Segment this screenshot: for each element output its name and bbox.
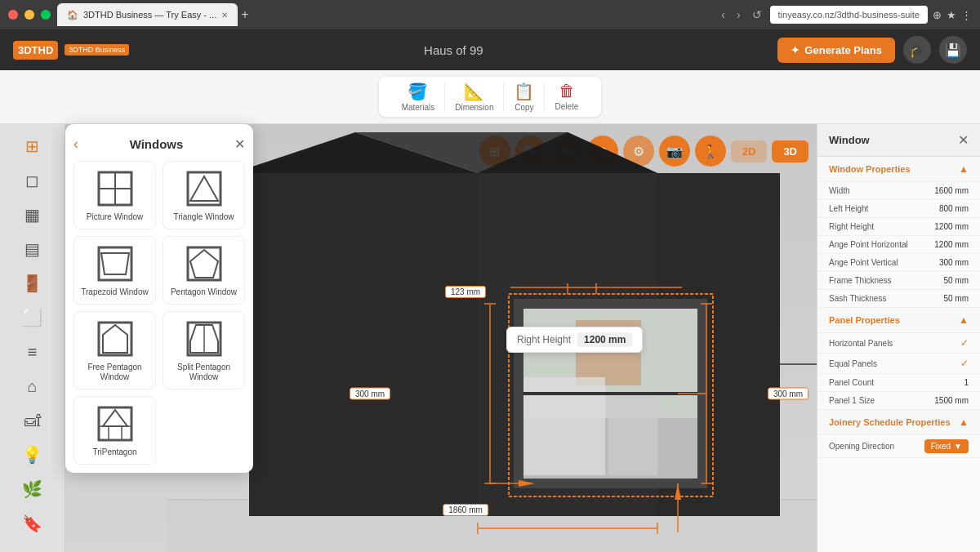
logo-area: 3DTHD 3DTHD Business <box>13 41 129 60</box>
prop-value-sash-thickness: 50 mm <box>943 294 969 303</box>
prop-check-horiz-panels: ✓ <box>960 337 969 349</box>
prop-row-angle-horiz: Ange Point Horizontal 1200 mm <box>817 236 980 254</box>
window-item-tripentagon[interactable]: TriPentagon <box>74 396 156 465</box>
window-item-free-pentagon[interactable]: Free Pentagon Window <box>74 311 156 390</box>
prop-row-opening-direction: Opening Direction Fixed ▼ <box>817 435 980 458</box>
prop-label-angle-horiz: Ange Point Horizontal <box>829 240 908 249</box>
opening-direction-dropdown[interactable]: Fixed ▼ <box>924 439 969 453</box>
prop-value-width: 1600 mm <box>934 186 969 195</box>
logo-3dthd: 3DTHD <box>13 41 58 60</box>
copy-icon: 📋 <box>514 82 534 101</box>
joinery-header[interactable]: Joinery Schedule Properties ▲ <box>817 410 980 435</box>
close-control[interactable] <box>8 10 18 20</box>
toolbar-delete[interactable]: 🗑 Delete <box>545 82 588 112</box>
toolbar-materials[interactable]: 🪣 Materials <box>392 82 446 112</box>
ext-icon-2[interactable]: ★ <box>947 9 956 21</box>
prop-value-panel-size: 1500 mm <box>934 396 969 405</box>
ext-icon-1[interactable]: ⊕ <box>933 9 942 21</box>
tab-close-icon[interactable]: ✕ <box>221 11 228 20</box>
prop-label-angle-vert: Ange Point Vertical <box>829 258 898 267</box>
window-label-pentagon: Pentagon Window <box>171 287 237 297</box>
window-properties-header[interactable]: Window Properties ▲ <box>817 157 980 182</box>
save-button[interactable]: 💾 <box>939 36 967 64</box>
window-item-picture[interactable]: Picture Window <box>74 161 156 229</box>
prop-row-width: Width 1600 mm <box>817 182 980 200</box>
joinery-toggle[interactable]: ▲ <box>959 416 969 428</box>
browser-tab-active[interactable]: 🏠 3DTHD Business — Try Easy - ... ✕ <box>57 3 238 26</box>
panel-properties-title: Panel Properties <box>829 315 900 325</box>
measure-right: 300 mm <box>768 388 808 400</box>
window-item-triangle[interactable]: Triangle Window <box>163 161 245 229</box>
tooltip-value: 1200 mm <box>577 332 632 347</box>
sidebar-item-bookmark[interactable]: 🔖 <box>15 508 51 539</box>
back-button[interactable]: ‹ <box>718 7 728 23</box>
generate-label: Generate Plans <box>804 44 882 56</box>
window-item-split-pentagon[interactable]: Split Pentagon Window <box>163 311 245 390</box>
maximize-control[interactable] <box>41 10 51 20</box>
properties-panel: Window ✕ Window Properties ▲ Width 1600 … <box>817 124 980 552</box>
window-label-trapezoid: Trapezoid Window <box>81 287 148 297</box>
window-label-split-pentagon: Split Pentagon Window <box>167 363 241 382</box>
svg-marker-45 <box>103 325 127 353</box>
address-bar[interactable]: tinyeasy.co.nz/3dthd-business-suite <box>770 6 928 24</box>
dropdown-arrow-icon: ▼ <box>954 442 962 451</box>
prop-panel-header: Window ✕ <box>817 124 980 157</box>
dimension-label: Dimension <box>455 103 493 112</box>
toolbar-dimension[interactable]: 📐 Dimension <box>445 82 504 112</box>
prop-row-horiz-panels: Horizontal Panels ✓ <box>817 333 980 354</box>
forward-button[interactable]: › <box>733 7 744 23</box>
sidebar-item-layers[interactable]: ⊞ <box>15 131 51 162</box>
window-item-pentagon[interactable]: Pentagon Window <box>163 236 245 305</box>
sidebar-item-doors[interactable]: 🚪 <box>15 268 51 299</box>
sidebar-item-landscape[interactable]: 🌿 <box>15 474 51 505</box>
prop-value-angle-horiz: 1200 mm <box>934 240 969 249</box>
help-button[interactable]: 🎓 <box>903 36 931 64</box>
sidebar-item-stairs[interactable]: ≡ <box>15 336 51 367</box>
sidebar-item-cube[interactable]: ◻ <box>15 165 51 196</box>
panel-close-button[interactable]: ✕ <box>234 136 245 152</box>
window-label-picture: Picture Window <box>87 212 143 222</box>
prop-panel-title: Window <box>829 134 870 146</box>
window-label-free-pentagon: Free Pentagon Window <box>78 363 152 382</box>
dimension-icon: 📐 <box>464 82 484 101</box>
toolbar-group: 🪣 Materials 📐 Dimension 📋 Copy 🗑 Delete <box>379 77 602 117</box>
sidebar-item-furniture[interactable]: 🛋 <box>15 405 51 436</box>
prop-row-angle-vert: Ange Point Vertical 300 mm <box>817 254 980 272</box>
sidebar-item-walls[interactable]: ▦ <box>15 199 51 230</box>
window-label-tripentagon: TriPentagon <box>92 447 136 457</box>
reload-button[interactable]: ↺ <box>749 7 765 23</box>
ext-icon-3[interactable]: ⋮ <box>961 9 972 21</box>
prop-panel-close-button[interactable]: ✕ <box>958 132 969 148</box>
svg-marker-2 <box>249 173 478 516</box>
minimize-control[interactable] <box>24 10 34 20</box>
tab-title: 3DTHD Business — Try Easy - ... <box>83 10 216 20</box>
main-toolbar: 🪣 Materials 📐 Dimension 📋 Copy 🗑 Delete <box>0 70 980 124</box>
new-tab-button[interactable]: + <box>241 7 248 22</box>
right-height-tooltip: Right Height 1200 mm <box>506 327 643 353</box>
sidebar-item-floors[interactable]: ▤ <box>15 234 51 265</box>
prop-value-angle-vert: 300 mm <box>939 258 969 267</box>
window-item-trapezoid[interactable]: Trapezoid Window <box>74 236 156 305</box>
window-properties-toggle[interactable]: ▲ <box>959 163 969 175</box>
measure-top: 123 mm <box>445 286 486 298</box>
panel-properties-toggle[interactable]: ▲ <box>959 314 969 326</box>
left-sidebar: ⊞ ◻ ▦ ▤ 🚪 ⬜ ≡ ⌂ 🛋 💡 🌿 🔖 <box>0 124 65 552</box>
svg-marker-51 <box>103 410 127 426</box>
window-properties-title: Window Properties <box>829 164 911 174</box>
toolbar-copy[interactable]: 📋 Copy <box>504 82 545 112</box>
generate-plans-button[interactable]: ✦ Generate Plans <box>777 38 895 63</box>
address-text: tinyeasy.co.nz/3dthd-business-suite <box>778 10 920 20</box>
delete-icon: 🗑 <box>559 82 575 100</box>
svg-marker-41 <box>101 253 129 274</box>
prop-label-panel-count: Panel Count <box>829 378 874 387</box>
sidebar-item-roof[interactable]: ⌂ <box>15 371 51 402</box>
panel-back-button[interactable]: ‹ <box>74 136 78 153</box>
panel-header: ‹ Windows ✕ <box>74 132 245 161</box>
panel-properties-header[interactable]: Panel Properties ▲ <box>817 308 980 333</box>
prop-row-right-height: Right Height 1200 mm <box>817 218 980 236</box>
sidebar-item-windows[interactable]: ⬜ <box>15 302 51 333</box>
prop-row-panel-count: Panel Count 1 <box>817 374 980 392</box>
app-header: 3DTHD 3DTHD Business Haus of 99 ✦ Genera… <box>0 29 980 70</box>
sidebar-item-light[interactable]: 💡 <box>15 439 51 470</box>
prop-value-left-height: 800 mm <box>939 204 969 213</box>
